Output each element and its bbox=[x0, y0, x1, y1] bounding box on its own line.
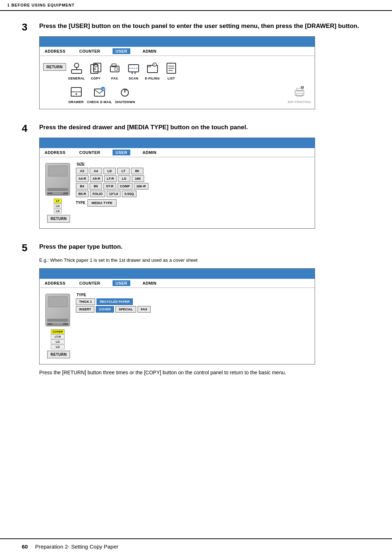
return-button-3[interactable]: RETURN bbox=[43, 63, 66, 71]
drawer-lg[interactable]: LG bbox=[54, 204, 61, 208]
size-row-1: A3 A4 LD LT 8K bbox=[76, 168, 310, 174]
panel-5-left: COVER LT-R LG LD RETURN bbox=[43, 292, 72, 360]
body-text: Press the [RETURN] button three times or… bbox=[39, 369, 370, 376]
panel-3-mockup: ADDRESS COUNTER USER ADMIN RETURN bbox=[39, 36, 315, 109]
icon-list[interactable]: LIST bbox=[163, 61, 179, 80]
icon-bip-printing[interactable]: 8 BIP PRINTING bbox=[288, 85, 311, 104]
svg-text:8: 8 bbox=[302, 86, 303, 89]
nav5-user[interactable]: USER bbox=[113, 280, 130, 286]
size-row-3: B4 B5 ST-R COMP 16K-R bbox=[76, 183, 310, 190]
icon-check-email[interactable]: @ CHECK E-MAIL bbox=[87, 85, 112, 104]
size-b5[interactable]: B5 bbox=[90, 183, 102, 190]
drawer5-cover[interactable]: COVER bbox=[51, 329, 65, 334]
icon-fax[interactable]: FAX bbox=[107, 61, 123, 80]
size-a3[interactable]: A3 bbox=[76, 168, 88, 174]
panel-4-right: SIZE A3 A4 LD LT 8K A4-R A5-R LT-R bbox=[74, 161, 311, 225]
nav5-counter[interactable]: COUNTER bbox=[78, 280, 102, 286]
list-icon bbox=[164, 61, 179, 76]
size-a5r[interactable]: A5-R bbox=[90, 175, 103, 182]
step-3-number: 3 bbox=[22, 22, 33, 112]
icon-efiling[interactable]: i E-FILING bbox=[144, 61, 160, 80]
return-button-5[interactable]: RETURN bbox=[47, 351, 70, 358]
size-b4[interactable]: B4 bbox=[76, 183, 88, 190]
thick1-btn[interactable]: THICK 1 bbox=[76, 298, 95, 305]
size-16k[interactable]: 16K bbox=[132, 175, 144, 182]
step-4-title: Press the desired drawer and [MEDIA TYPE… bbox=[39, 123, 370, 132]
size-ld[interactable]: LD bbox=[103, 168, 116, 174]
nav-counter[interactable]: COUNTER bbox=[78, 48, 102, 54]
scan-icon bbox=[126, 61, 141, 76]
svg-point-22 bbox=[75, 93, 77, 95]
drawer-ld[interactable]: LD bbox=[54, 209, 61, 213]
panel-5-topbar bbox=[40, 269, 315, 279]
nav5-admin[interactable]: ADMIN bbox=[141, 280, 158, 286]
panel-5-body: COVER LT-R LG LD RETURN TYPE THICK 1 REC… bbox=[40, 288, 315, 364]
icon-shutdown[interactable]: SHUTDOWN bbox=[115, 85, 135, 104]
panel-4-body: LT LG LD RETURN SIZE A3 A4 LD LT bbox=[40, 157, 315, 228]
panel-5-right: TYPE THICK 1 RECYCLED PAPER INSERT COVER… bbox=[74, 292, 311, 360]
fax-icon bbox=[107, 61, 122, 76]
size-ltr[interactable]: LT-R bbox=[104, 175, 117, 182]
general-icon bbox=[69, 61, 84, 76]
fax-label: FAX bbox=[111, 77, 118, 80]
panel-3-left: RETURN bbox=[43, 60, 66, 71]
nav4-admin[interactable]: ADMIN bbox=[141, 150, 158, 155]
return-button-4[interactable]: RETURN bbox=[47, 215, 70, 223]
size-row-4: B5-R FOLIO 13"L6 0.5SQ bbox=[76, 191, 310, 197]
list-label: LIST bbox=[167, 77, 175, 80]
step-3-title: Press the [USER] button on the touch pan… bbox=[39, 22, 370, 30]
drawer5-ld[interactable]: LD bbox=[51, 345, 65, 349]
machine-5-top bbox=[48, 296, 68, 307]
nav4-counter[interactable]: COUNTER bbox=[78, 150, 102, 155]
fax-type-btn[interactable]: FAX bbox=[138, 306, 151, 313]
nav5-address[interactable]: ADDRESS bbox=[43, 280, 67, 286]
nav-user[interactable]: USER bbox=[113, 48, 130, 54]
size-8k[interactable]: 8K bbox=[131, 168, 143, 174]
type-section-4: TYPE MEDIA TYPE bbox=[76, 199, 310, 207]
svg-point-0 bbox=[74, 63, 79, 68]
size-lt[interactable]: LT bbox=[117, 168, 130, 174]
bip-printing-icon: 8 bbox=[292, 85, 307, 99]
panel-4-nav: ADDRESS COUNTER USER ADMIN bbox=[40, 148, 315, 157]
size-a4[interactable]: A4 bbox=[90, 168, 102, 174]
media-type-btn[interactable]: MEDIA TYPE bbox=[87, 199, 117, 207]
step-5: 5 Press the paper type button. E.g.: Whe… bbox=[22, 243, 370, 384]
size-b5r[interactable]: B5-R bbox=[76, 191, 89, 197]
drawer5-lg[interactable]: LG bbox=[51, 339, 65, 344]
cover-btn[interactable]: COVER bbox=[96, 306, 114, 313]
icon-scan[interactable]: SCAN bbox=[126, 61, 142, 80]
copy-icon bbox=[89, 61, 103, 76]
size-16kr[interactable]: 16K-R bbox=[134, 183, 148, 190]
shutdown-label: SHUTDOWN bbox=[115, 100, 135, 104]
size-055q[interactable]: 0.5SQ bbox=[122, 191, 136, 197]
panel-4-mockup: ADDRESS COUNTER USER ADMIN bbox=[39, 138, 315, 229]
shutdown-icon bbox=[118, 85, 132, 99]
drawer5-ltr[interactable]: LT-R bbox=[51, 334, 65, 339]
size-comp[interactable]: COMP bbox=[118, 183, 132, 190]
step-5-note: E.g.: When Thick paper 1 is set in the 1… bbox=[39, 257, 370, 264]
panel-3-icons-row1: GENERAL COPY bbox=[68, 60, 311, 82]
type-label-4: TYPE bbox=[76, 201, 85, 205]
drawer-lt[interactable]: LT bbox=[54, 199, 61, 203]
nav4-address[interactable]: ADDRESS bbox=[43, 150, 67, 155]
size-a4r[interactable]: A4-R bbox=[76, 175, 89, 182]
icon-copy[interactable]: COPY bbox=[88, 61, 104, 80]
nav-address[interactable]: ADDRESS bbox=[43, 48, 67, 54]
size-lg[interactable]: LG bbox=[118, 175, 130, 182]
size-row-2: A4-R A5-R LT-R LG 16K bbox=[76, 175, 310, 182]
nav4-user[interactable]: USER bbox=[113, 150, 130, 155]
size-folio[interactable]: FOLIO bbox=[90, 191, 105, 197]
efiling-label: E-FILING bbox=[145, 77, 160, 80]
special-btn[interactable]: SPECIAL bbox=[115, 306, 136, 313]
icon-drawer[interactable]: DRAWER bbox=[68, 85, 84, 104]
panel-3-nav: ADDRESS COUNTER USER ADMIN bbox=[40, 47, 315, 56]
recycled-paper-btn[interactable]: RECYCLED PAPER bbox=[97, 298, 133, 305]
header-bar: 1 BEFORE USING EQUIPMENT bbox=[0, 0, 392, 11]
nav-admin[interactable]: ADMIN bbox=[141, 48, 158, 54]
bip-printing-label: BIP PRINTING bbox=[288, 100, 311, 104]
size-str[interactable]: ST-R bbox=[103, 183, 116, 190]
panel-3-topbar bbox=[40, 37, 315, 47]
size-13l6[interactable]: 13"L6 bbox=[107, 191, 121, 197]
icon-general[interactable]: GENERAL bbox=[68, 61, 85, 80]
insert-btn[interactable]: INSERT bbox=[76, 306, 94, 313]
